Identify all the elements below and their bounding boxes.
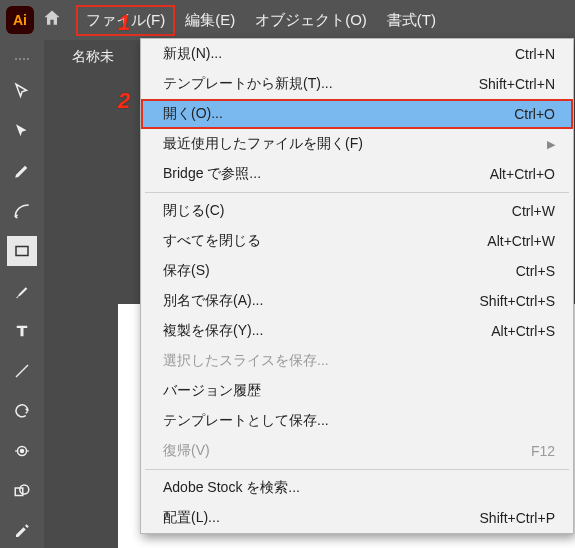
menu-item-label: 配置(L)... bbox=[163, 509, 220, 527]
menu-item-shortcut: Alt+Ctrl+O bbox=[490, 166, 555, 182]
menu-item-label: 新規(N)... bbox=[163, 45, 222, 63]
menu-item-save[interactable]: 保存(S) Ctrl+S bbox=[141, 256, 573, 286]
type-tool-icon[interactable] bbox=[7, 316, 37, 346]
menu-item-close[interactable]: 閉じる(C) Ctrl+W bbox=[141, 196, 573, 226]
document-tab-label: 名称未 bbox=[72, 48, 114, 66]
menu-separator bbox=[145, 192, 569, 193]
menu-item-label: 閉じる(C) bbox=[163, 202, 224, 220]
width-tool-icon[interactable] bbox=[7, 436, 37, 466]
menu-item-shortcut: Shift+Ctrl+S bbox=[480, 293, 555, 309]
menu-item-new-from-template[interactable]: テンプレートから新規(T)... Shift+Ctrl+N bbox=[141, 69, 573, 99]
svg-rect-3 bbox=[15, 488, 23, 496]
menu-item-version-history[interactable]: バージョン履歴 bbox=[141, 376, 573, 406]
menu-item-label: 別名で保存(A)... bbox=[163, 292, 263, 310]
menu-item-shortcut: Ctrl+O bbox=[514, 106, 555, 122]
menu-item-shortcut: Shift+Ctrl+P bbox=[480, 510, 555, 526]
menu-item-label: 復帰(V) bbox=[163, 442, 210, 460]
menu-item-new[interactable]: 新規(N)... Ctrl+N bbox=[141, 39, 573, 69]
line-tool-icon[interactable] bbox=[7, 356, 37, 386]
menu-item-label: Adobe Stock を検索... bbox=[163, 479, 300, 497]
menu-item-save-as[interactable]: 別名で保存(A)... Shift+Ctrl+S bbox=[141, 286, 573, 316]
menu-item-shortcut: Alt+Ctrl+W bbox=[487, 233, 555, 249]
menu-item-place[interactable]: 配置(L)... Shift+Ctrl+P bbox=[141, 503, 573, 533]
menu-item-revert: 復帰(V) F12 bbox=[141, 436, 573, 466]
submenu-arrow-icon: ▶ bbox=[547, 138, 555, 151]
menu-item-label: テンプレートとして保存... bbox=[163, 412, 329, 430]
menu-item-shortcut: Ctrl+N bbox=[515, 46, 555, 62]
menu-item-shortcut: Shift+Ctrl+N bbox=[479, 76, 555, 92]
menu-item-label: バージョン履歴 bbox=[163, 382, 261, 400]
menu-item-label: 最近使用したファイルを開く(F) bbox=[163, 135, 363, 153]
rotate-tool-icon[interactable] bbox=[7, 396, 37, 426]
menu-item-save-selected-slices: 選択したスライスを保存... bbox=[141, 346, 573, 376]
menu-item-label: すべてを閉じる bbox=[163, 232, 261, 250]
svg-point-4 bbox=[20, 485, 29, 494]
rectangle-tool-icon[interactable] bbox=[7, 236, 37, 266]
panel-grip-icon[interactable] bbox=[10, 58, 34, 62]
menu-bar: ファイル(F) 編集(E) オブジェクト(O) 書式(T) bbox=[76, 5, 446, 36]
menu-edit[interactable]: 編集(E) bbox=[175, 5, 245, 36]
menu-type[interactable]: 書式(T) bbox=[377, 5, 446, 36]
annotation-1: 1 bbox=[118, 10, 130, 36]
annotation-2: 2 bbox=[118, 88, 130, 114]
tool-sidebar bbox=[0, 40, 44, 548]
menu-item-label: 開く(O)... bbox=[163, 105, 223, 123]
menu-item-search-adobe-stock[interactable]: Adobe Stock を検索... bbox=[141, 473, 573, 503]
menu-item-open[interactable]: 開く(O)... Ctrl+O bbox=[141, 99, 573, 129]
svg-rect-0 bbox=[16, 247, 28, 256]
file-menu-dropdown: 新規(N)... Ctrl+N テンプレートから新規(T)... Shift+C… bbox=[140, 38, 574, 534]
menu-item-label: Bridge で参照... bbox=[163, 165, 261, 183]
paintbrush-tool-icon[interactable] bbox=[7, 276, 37, 306]
menu-item-label: 複製を保存(Y)... bbox=[163, 322, 263, 340]
menu-item-shortcut: Alt+Ctrl+S bbox=[491, 323, 555, 339]
menu-item-open-recent[interactable]: 最近使用したファイルを開く(F) ▶ bbox=[141, 129, 573, 159]
menu-item-label: 保存(S) bbox=[163, 262, 210, 280]
menu-item-save-as-template[interactable]: テンプレートとして保存... bbox=[141, 406, 573, 436]
menu-item-close-all[interactable]: すべてを閉じる Alt+Ctrl+W bbox=[141, 226, 573, 256]
selection-tool-icon[interactable] bbox=[7, 76, 37, 106]
menu-item-label: テンプレートから新規(T)... bbox=[163, 75, 333, 93]
menu-item-shortcut: Ctrl+W bbox=[512, 203, 555, 219]
menu-item-shortcut: F12 bbox=[531, 443, 555, 459]
menu-item-shortcut: Ctrl+S bbox=[516, 263, 555, 279]
menu-item-label: 選択したスライスを保存... bbox=[163, 352, 329, 370]
menu-separator bbox=[145, 469, 569, 470]
top-bar: Ai ファイル(F) 編集(E) オブジェクト(O) 書式(T) bbox=[0, 0, 575, 40]
direct-selection-tool-icon[interactable] bbox=[7, 116, 37, 146]
eyedropper-tool-icon[interactable] bbox=[7, 516, 37, 546]
app-icon: Ai bbox=[6, 6, 34, 34]
home-icon[interactable] bbox=[42, 8, 62, 33]
menu-item-save-copy[interactable]: 複製を保存(Y)... Alt+Ctrl+S bbox=[141, 316, 573, 346]
menu-item-browse-in-bridge[interactable]: Bridge で参照... Alt+Ctrl+O bbox=[141, 159, 573, 189]
pen-tool-icon[interactable] bbox=[7, 156, 37, 186]
svg-point-2 bbox=[21, 450, 24, 453]
shape-builder-tool-icon[interactable] bbox=[7, 476, 37, 506]
curvature-tool-icon[interactable] bbox=[7, 196, 37, 226]
menu-object[interactable]: オブジェクト(O) bbox=[245, 5, 377, 36]
